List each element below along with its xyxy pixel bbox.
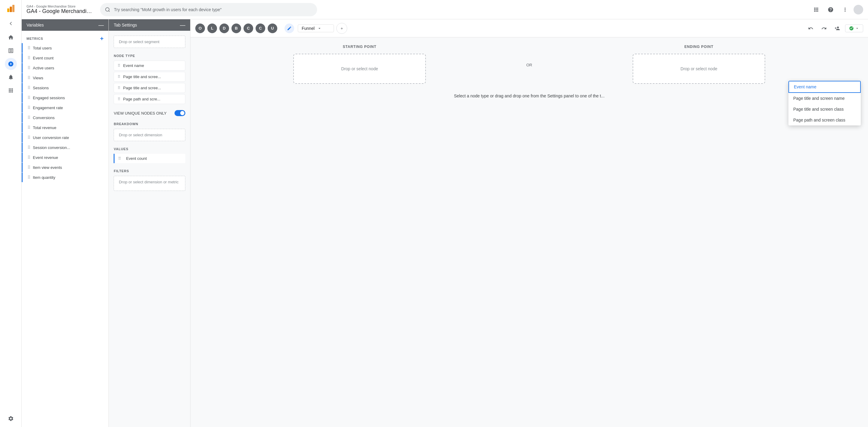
- dropdown-item-page-title-class[interactable]: Page title and screen class: [788, 104, 861, 115]
- dropdown-item-event-name[interactable]: Event name: [788, 81, 861, 93]
- user-avatar-l[interactable]: L: [207, 24, 217, 33]
- metric-label: Engaged sessions: [33, 96, 65, 100]
- list-item[interactable]: ⠿ Session conversion...: [22, 143, 108, 152]
- user-avatar-o[interactable]: O: [195, 24, 205, 33]
- breakdown-drop-zone[interactable]: Drop or select dimension: [114, 129, 185, 141]
- redo-button[interactable]: [818, 23, 830, 34]
- metric-label: Total revenue: [33, 125, 56, 130]
- value-item[interactable]: ⠿ Event count: [114, 154, 185, 163]
- node-type-item[interactable]: ⠿ Page path and scre...: [114, 94, 185, 104]
- more-vert-icon[interactable]: [839, 4, 851, 16]
- list-item[interactable]: ⠿ Engaged sessions: [22, 93, 108, 102]
- list-item[interactable]: ⠿ Event revenue: [22, 153, 108, 162]
- content-area: Variables — METRICS + ⠿ Total users: [22, 19, 868, 427]
- search-placeholder: Try searching "MoM growth in users for e…: [114, 7, 221, 12]
- list-item[interactable]: ⠿ Views: [22, 73, 108, 83]
- drag-icon: ⠿: [27, 95, 30, 100]
- help-icon[interactable]: [825, 4, 837, 16]
- ending-point-drop-zone[interactable]: Drop or select node: [632, 54, 765, 84]
- starting-point-drop-zone[interactable]: Drop or select node: [293, 54, 426, 84]
- nav-reports-icon[interactable]: [5, 44, 17, 57]
- list-item[interactable]: ⠿ Item view events: [22, 162, 108, 172]
- drag-icon: ⠿: [118, 156, 121, 161]
- list-item[interactable]: ⠿ Engagement rate: [22, 103, 108, 113]
- avatar-label: U: [271, 26, 274, 30]
- apps-icon[interactable]: [810, 4, 822, 16]
- metric-label: Item view events: [33, 165, 62, 170]
- node-type-item[interactable]: ⠿ Event name: [114, 61, 185, 70]
- drag-icon: ⠿: [27, 135, 30, 140]
- metric-label: Sessions: [33, 86, 49, 90]
- list-item[interactable]: ⠿ User conversion rate: [22, 133, 108, 142]
- user-avatar-b[interactable]: B: [231, 24, 241, 33]
- drag-icon: ⠿: [27, 105, 30, 110]
- nav-settings-icon[interactable]: [5, 413, 17, 425]
- segment-drop-label: Drop or select segment: [119, 39, 159, 44]
- tab-settings-panel: Tab Settings — Drop or select segment N: [109, 19, 190, 427]
- drag-icon: ⠿: [27, 56, 30, 60]
- sidebar: Variables — METRICS + ⠿ Total users: [22, 19, 190, 427]
- report-name-label: Funnel: [302, 26, 315, 31]
- search-bar[interactable]: Try searching "MoM growth in users for e…: [100, 3, 317, 16]
- viz-area: O L D B C C U: [190, 19, 868, 427]
- list-item[interactable]: ⠿ Conversions: [22, 113, 108, 122]
- avatar-label: B: [235, 26, 238, 30]
- save-status-button[interactable]: [845, 24, 863, 32]
- user-avatar[interactable]: [854, 5, 863, 14]
- metric-label: Event revenue: [33, 155, 58, 160]
- segment-section: Drop or select segment: [114, 36, 185, 48]
- filters-drop-zone[interactable]: Drop or select dimension or metric: [114, 176, 185, 191]
- avatar-label: D: [223, 26, 225, 30]
- nav-home-icon[interactable]: [5, 31, 17, 43]
- list-item[interactable]: ⠿ Item quantity: [22, 173, 108, 182]
- svg-rect-1: [10, 7, 12, 12]
- drag-icon: ⠿: [118, 97, 121, 101]
- dropdown-item-page-title-screen[interactable]: Page title and screen name: [788, 93, 861, 104]
- list-item[interactable]: ⠿ Active users: [22, 63, 108, 73]
- metrics-section: METRICS + ⠿ Total users ⠿ Event count: [22, 31, 108, 427]
- metric-label: Conversions: [33, 116, 55, 120]
- drag-icon: ⠿: [27, 165, 30, 170]
- funnel-canvas: STARTING POINT Drop or select node OR EN…: [190, 37, 868, 427]
- nav-configure-icon[interactable]: [5, 85, 17, 96]
- drag-icon: ⠿: [118, 74, 121, 79]
- unique-nodes-toggle[interactable]: [175, 110, 185, 116]
- metric-label: User conversion rate: [33, 135, 69, 140]
- metric-label: Item quantity: [33, 175, 55, 180]
- node-type-item[interactable]: ⠿ Page title and scree...: [114, 83, 185, 93]
- add-icon: +: [341, 26, 343, 31]
- add-tab-button[interactable]: +: [336, 23, 347, 34]
- add-metric-button[interactable]: +: [100, 36, 104, 41]
- tab-settings-minimize-button[interactable]: —: [180, 22, 185, 28]
- ending-drop-label: Drop or select node: [681, 66, 717, 71]
- select-hint: Select a node type or drag and drop one …: [439, 93, 620, 98]
- chevron-down-icon: [317, 26, 322, 31]
- user-avatar-u[interactable]: U: [268, 24, 277, 33]
- user-avatar-c1[interactable]: C: [244, 24, 253, 33]
- nav-explore-icon[interactable]: [5, 58, 17, 70]
- add-user-button[interactable]: [832, 23, 843, 34]
- user-avatar-d[interactable]: D: [219, 24, 229, 33]
- list-item[interactable]: ⠿ Event count: [22, 53, 108, 63]
- segment-drop-zone[interactable]: Drop or select segment: [114, 36, 185, 48]
- top-header: GA4 - Google Merchandise Store GA4 - Goo…: [22, 0, 868, 19]
- nav-advertising-icon[interactable]: [5, 71, 17, 83]
- drag-icon: ⠿: [27, 45, 30, 50]
- node-type-item[interactable]: ⠿ Page title and scree...: [114, 72, 185, 82]
- list-item[interactable]: ⠿ Total revenue: [22, 123, 108, 132]
- metrics-section-label: METRICS +: [22, 33, 108, 43]
- tab-settings-content: Drop or select segment NODE TYPE ⠿ Event…: [109, 31, 190, 427]
- variables-panel-header: Variables —: [22, 19, 108, 31]
- list-item[interactable]: ⠿ Total users: [22, 43, 108, 53]
- edit-report-icon[interactable]: [284, 24, 294, 33]
- variables-minimize-button[interactable]: —: [98, 22, 104, 28]
- user-avatar-c2[interactable]: C: [255, 24, 265, 33]
- list-item[interactable]: ⠿ Sessions: [22, 83, 108, 93]
- save-chevron-icon: [855, 26, 859, 30]
- hint-text: Select a node type or drag and drop one …: [454, 93, 604, 98]
- nav-back-button[interactable]: [5, 18, 17, 30]
- report-name-selector[interactable]: Funnel: [298, 24, 334, 32]
- undo-button[interactable]: [805, 23, 816, 34]
- unique-nodes-toggle-row: VIEW UNIQUE NODES ONLY: [114, 110, 185, 116]
- dropdown-item-page-path-class[interactable]: Page path and screen class: [788, 115, 861, 125]
